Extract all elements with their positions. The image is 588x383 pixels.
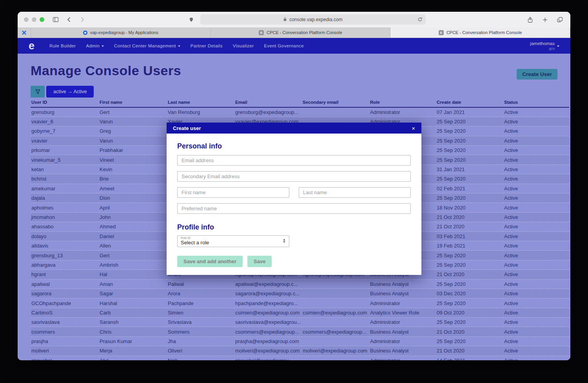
new-tab-icon[interactable] (541, 15, 549, 24)
table-row[interactable]: GCOhpachpandeHarshalPachpandehpachpande@… (31, 298, 569, 308)
cell-user-id: csommers (31, 327, 99, 336)
tab-overview-icon[interactable] (555, 15, 564, 24)
cell-first-name: Ambrish (99, 260, 167, 269)
create-user-button[interactable]: Create User (517, 69, 557, 79)
cell-user-id: prasjha (31, 336, 99, 346)
cell-create-date: 03 Feb 2021 (436, 231, 503, 241)
filter-button[interactable] (31, 86, 45, 98)
cell-status: Active (503, 126, 569, 136)
zoom-window-button[interactable] (40, 17, 44, 22)
sidebar-icon[interactable] (51, 15, 60, 24)
table-row[interactable]: moliveriMerjaOliverimoliveri@expediagrou… (31, 346, 569, 356)
cell-email: apaliwal@expediagroup.c... (234, 279, 302, 289)
back-icon[interactable] (65, 15, 73, 24)
cell-status: Active (503, 107, 569, 117)
first-name-field[interactable] (177, 187, 289, 198)
chevron-down-icon (557, 45, 559, 47)
active-filter-chip[interactable]: active → Active (46, 86, 94, 98)
table-row[interactable]: apaliwalAmanPaliwalapaliwal@expediagroup… (31, 279, 569, 289)
nav-item-event-governance[interactable]: Event Governance (264, 43, 304, 48)
cell-email: nkaushal@expediagrou... (234, 356, 302, 360)
cell-last-name: Naik (167, 356, 234, 360)
save-and-add-another-button[interactable]: Save and add another (177, 256, 243, 267)
cell-status: Active (503, 336, 569, 346)
cell-email: sasrivastava@expediagrou... (234, 318, 302, 327)
forward-icon[interactable] (78, 15, 87, 24)
nav-item-rule-builder[interactable]: Rule Builder (49, 43, 76, 48)
minimize-window-button[interactable] (32, 17, 36, 22)
cell-status: Active (503, 270, 569, 279)
close-window-button[interactable] (24, 17, 29, 22)
table-row[interactable]: grensburgGertVan Rensburggrensburg@exped… (31, 107, 569, 117)
select-stepper-icon (283, 239, 285, 243)
cell-create-date: 25 Sep 2020 (436, 298, 503, 308)
cell-secondary-email: csimien@expediagroup.com (302, 308, 369, 317)
cell-user-id: ahassabo (31, 222, 99, 231)
cell-user-id: apholmes (31, 203, 99, 212)
tab-my-applications[interactable]: vap-expediagroup - My Applications (31, 27, 211, 38)
cell-status: Active (503, 136, 569, 145)
pinned-tab[interactable] (18, 27, 31, 38)
cell-create-date: 25 Sep 2020 (436, 126, 503, 136)
close-icon[interactable]: × (412, 125, 415, 132)
cell-create-date: 21 Oct 2020 (436, 327, 503, 336)
nav-item-contact-center-management[interactable]: Contact Center Management (114, 43, 180, 48)
role-select-label: Role ID (181, 237, 286, 240)
tab-cpce-console-2[interactable]: E CPCE - Conversation Platform Console (390, 27, 570, 38)
email-field[interactable] (177, 155, 411, 166)
col-header-status: Status (503, 100, 569, 107)
nav-item-visualizer[interactable]: Visualizer (233, 43, 254, 48)
table-row[interactable]: CarbinoSCarbSimiencsimien@expediagroup.c… (31, 308, 569, 317)
cell-first-name: Varun (99, 117, 167, 126)
preferred-name-field[interactable] (177, 203, 411, 214)
cell-first-name: Varun (99, 136, 167, 145)
cell-create-date: 03 Dec 2020 (436, 289, 503, 298)
cell-create-date: 21 Oct 2020 (436, 270, 503, 279)
cell-status: Active (503, 327, 569, 336)
nav-item-admin[interactable]: Admin (86, 43, 104, 48)
cell-first-name: April (99, 203, 167, 212)
table-row[interactable]: sasrivastavaSaranshSrivastavasasrivastav… (31, 318, 569, 327)
cell-user-id: jmcmahon (31, 212, 99, 222)
share-icon[interactable] (526, 15, 534, 24)
save-button[interactable]: Save (247, 256, 272, 267)
col-header-email: Email (234, 100, 302, 107)
cell-last-name: Simien (167, 308, 234, 317)
cell-secondary-email (302, 356, 369, 360)
chevron-down-icon (178, 45, 180, 47)
col-header-role: Role (369, 100, 436, 107)
cell-first-name: Aman (99, 279, 167, 289)
cell-first-name: Carb (99, 308, 167, 317)
cell-last-name: Jha (167, 336, 234, 346)
tab-favicon-e: E (259, 30, 264, 35)
table-row[interactable]: nkaushalAtulNaiknkaushal@expediagrou...A… (31, 356, 569, 360)
address-bar[interactable]: console.vap.expedia.com (200, 14, 426, 25)
user-menu[interactable]: jamethomas gco (530, 41, 559, 51)
page-title: Manage Console Users (31, 63, 557, 80)
privacy-shield-icon[interactable] (187, 15, 196, 24)
tab-cpce-console-1[interactable]: E CPCE - Conversation Platform Console (211, 27, 391, 38)
cell-role: Business Analyst (369, 279, 436, 289)
cell-status: Active (503, 298, 569, 308)
cell-first-name: Prabhakar (99, 146, 167, 155)
cell-secondary-email (302, 298, 369, 308)
cell-create-date: 21 Oct 2020 (436, 346, 503, 356)
browser-toolbar: console.vap.expedia.com (18, 12, 570, 27)
browser-window: console.vap.expedia.com vap-expediagroup… (18, 12, 570, 360)
cell-email: grensburg@expediagroup... (234, 107, 302, 117)
cell-user-id: apaliwal (31, 279, 99, 289)
last-name-field[interactable] (299, 187, 411, 198)
role-select[interactable]: Role ID Select a role (177, 235, 289, 247)
table-row[interactable]: sagaroraSagarArorasagarora@expediagroup.… (31, 289, 569, 298)
reload-icon[interactable] (417, 16, 423, 23)
cell-secondary-email (302, 318, 369, 327)
expedia-logo: e (29, 41, 34, 51)
lock-icon (283, 17, 287, 23)
secondary-email-field[interactable] (177, 171, 411, 182)
nav-item-partner-details[interactable]: Partner Details (191, 43, 223, 48)
table-row[interactable]: prasjhaPrasun KumarJhaprasjha@expediagro… (31, 336, 569, 346)
cell-user-id: sagarora (31, 289, 99, 298)
col-header-first-name: First name (99, 100, 167, 107)
table-row[interactable]: csommersChrisSommerscsommers@expediagrou… (31, 327, 569, 336)
cell-status: Active (503, 308, 569, 317)
